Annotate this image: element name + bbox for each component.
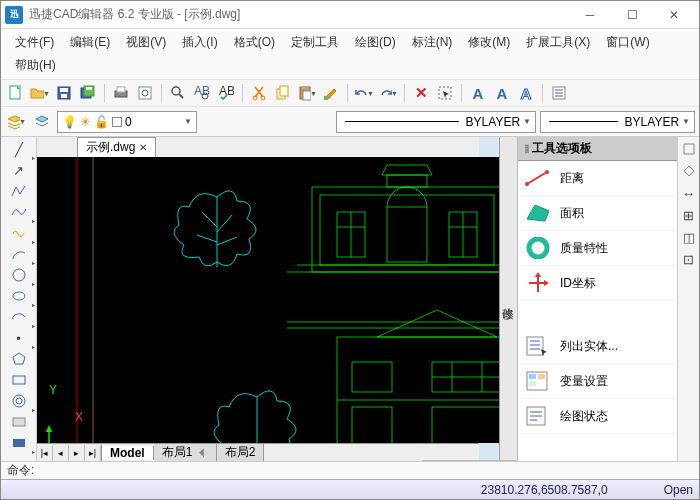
rtool-5[interactable]: ◫	[677, 227, 701, 247]
palette-item-draw[interactable]: 绘图状态	[518, 399, 677, 434]
point-tool[interactable]: •▸	[7, 328, 31, 348]
menu-dim[interactable]: 标注(N)	[404, 31, 461, 54]
matchprop-button[interactable]	[320, 82, 342, 104]
nav-last[interactable]: ▸|	[85, 445, 101, 461]
doc-tab-close[interactable]: ✕	[139, 142, 147, 153]
menu-draw[interactable]: 绘图(D)	[347, 31, 404, 54]
layer-states-button[interactable]	[31, 111, 53, 133]
find-button[interactable]	[167, 82, 189, 104]
copy-button[interactable]	[272, 82, 294, 104]
circle-tool[interactable]: ▸	[7, 265, 31, 285]
font-bold[interactable]: A	[491, 82, 513, 104]
region-tool[interactable]	[7, 412, 31, 432]
minimize-button[interactable]: ─	[569, 3, 611, 27]
var-icon	[524, 370, 552, 392]
doc-tab-active[interactable]: 示例.dwg ✕	[77, 137, 156, 157]
tool-palette: 修改 查询 图纸 视图 三维动态观察 ⁞⁞工具选项板 距离 面积 质量特性	[499, 137, 677, 461]
save-button[interactable]	[53, 82, 75, 104]
item-label: ID坐标	[560, 275, 596, 292]
bulb-icon: 💡	[62, 115, 77, 129]
maximize-button[interactable]: ☐	[611, 3, 653, 27]
more-button[interactable]	[548, 82, 570, 104]
donut-tool[interactable]: ▸	[7, 391, 31, 411]
nav-next[interactable]: ▸	[69, 445, 85, 461]
svg-marker-72	[46, 425, 52, 432]
layer-mgr-button[interactable]: ▼	[5, 111, 27, 133]
drawing-content	[37, 157, 499, 443]
redo-button[interactable]: ▼	[377, 82, 399, 104]
close-button[interactable]: ✕	[653, 3, 695, 27]
palette-item-mass[interactable]: 质量特性	[518, 231, 677, 266]
nav-first[interactable]: |◂	[37, 445, 53, 461]
ellipse-tool[interactable]: ▸	[7, 286, 31, 306]
open-button[interactable]: ▼	[29, 82, 51, 104]
rtool-6[interactable]: ⊡	[677, 249, 701, 269]
menu-insert[interactable]: 插入(I)	[174, 31, 225, 54]
linetype-combo[interactable]: BYLAYER ▼	[336, 111, 536, 133]
menu-ext[interactable]: 扩展工具(X)	[518, 31, 598, 54]
command-line[interactable]: 命令:	[1, 461, 699, 479]
item-label: 变量设置	[560, 373, 608, 390]
lineweight-combo[interactable]: BYLAYER ▼	[540, 111, 695, 133]
arc-tool[interactable]: ▸	[7, 244, 31, 264]
paste-button[interactable]: ▼	[296, 82, 318, 104]
rtool-3[interactable]: ↔	[677, 183, 701, 203]
nav-prev[interactable]: ◂	[53, 445, 69, 461]
svg-rect-47	[320, 195, 494, 265]
rtool-1[interactable]	[677, 139, 701, 159]
layout-tab-model[interactable]: Model	[102, 446, 154, 460]
item-label: 质量特性	[560, 240, 608, 257]
solid-tool[interactable]: ▸	[7, 433, 31, 453]
polygon-tool[interactable]	[7, 349, 31, 369]
pline-tool[interactable]	[7, 181, 31, 201]
area-icon	[524, 202, 552, 224]
rtool-4[interactable]: ⊞	[677, 205, 701, 225]
color-swatch	[112, 117, 122, 127]
undo-button[interactable]: ▼	[353, 82, 375, 104]
menu-help[interactable]: 帮助(H)	[7, 54, 64, 77]
layout-tab-1[interactable]: 布局1 ⏴	[154, 444, 217, 461]
menu-window[interactable]: 窗口(W)	[598, 31, 657, 54]
findtext-button[interactable]: ABC	[191, 82, 213, 104]
palette-item-distance[interactable]: 距离	[518, 161, 677, 196]
spell-button[interactable]: ABC	[215, 82, 237, 104]
palette-title-bar[interactable]: ⁞⁞工具选项板	[518, 137, 677, 161]
menu-file[interactable]: 文件(F)	[7, 31, 62, 54]
select-button[interactable]	[434, 82, 456, 104]
line-tool[interactable]: ╱▸	[7, 139, 31, 159]
ray-tool[interactable]: ↗	[7, 160, 31, 180]
chevron-down-icon: ▼	[682, 117, 690, 126]
layout-tab-2[interactable]: 布局2	[217, 444, 265, 461]
svg-rect-3	[61, 94, 67, 98]
layer-combo[interactable]: 💡 ☀ 🔓 0 ▼	[57, 111, 197, 133]
spline-tool[interactable]: ▸	[7, 202, 31, 222]
delete-button[interactable]: ✕	[410, 82, 432, 104]
layout-nav: |◂ ◂ ▸ ▸|	[37, 445, 102, 461]
menu-custom[interactable]: 定制工具	[283, 31, 347, 54]
svg-marker-31	[13, 353, 25, 364]
cut-button[interactable]	[248, 82, 270, 104]
palette-item-area[interactable]: 面积	[518, 196, 677, 231]
menu-format[interactable]: 格式(O)	[226, 31, 283, 54]
font-normal[interactable]: A	[467, 82, 489, 104]
menu-modify[interactable]: 修改(M)	[460, 31, 518, 54]
palette-item-list[interactable]: 列出实体...	[518, 329, 677, 364]
svg-point-33	[13, 395, 25, 407]
palette-item-id[interactable]: ID坐标	[518, 266, 677, 301]
menu-edit[interactable]: 编辑(E)	[62, 31, 118, 54]
palette-item-var[interactable]: 变量设置	[518, 364, 677, 399]
svg-point-34	[16, 398, 22, 404]
print-button[interactable]	[110, 82, 132, 104]
font-outline[interactable]: A	[515, 82, 537, 104]
preview-button[interactable]	[134, 82, 156, 104]
ellipse-arc-tool[interactable]: ▸	[7, 307, 31, 327]
rect-tool[interactable]	[7, 370, 31, 390]
chevron-down-icon: ▼	[184, 117, 192, 126]
new-button[interactable]	[5, 82, 27, 104]
freehand-tool[interactable]: ▸	[7, 223, 31, 243]
saveall-button[interactable]	[77, 82, 99, 104]
menu-view[interactable]: 视图(V)	[118, 31, 174, 54]
rtool-2[interactable]	[677, 161, 701, 181]
palette-tab-modify[interactable]: 修改	[498, 137, 517, 461]
viewport[interactable]: YX	[37, 157, 499, 443]
